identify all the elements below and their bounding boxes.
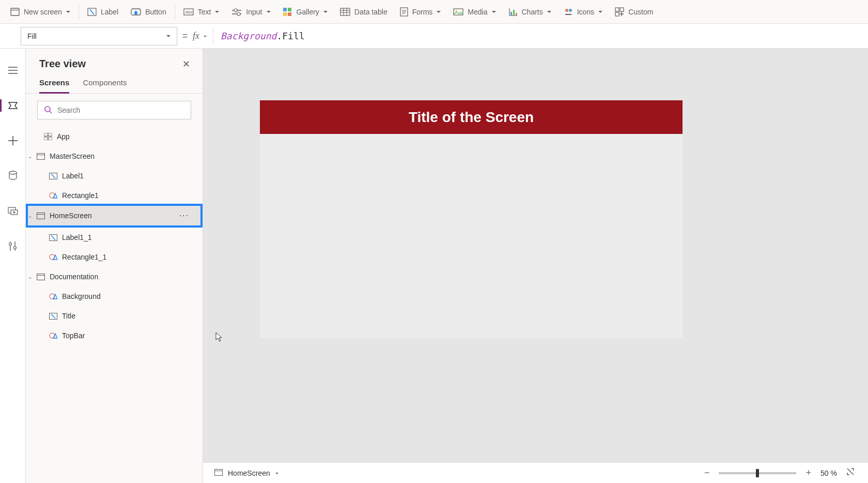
- close-tree-view-button[interactable]: ✕: [182, 58, 190, 70]
- label-button[interactable]: Label: [81, 5, 125, 19]
- tree-node-title[interactable]: Title: [26, 306, 203, 326]
- svg-rect-64: [37, 213, 45, 219]
- gallery-label: Gallery: [297, 8, 319, 16]
- input-icon: [231, 8, 242, 16]
- svg-rect-14: [288, 12, 291, 16]
- text-dropdown[interactable]: Abc Text: [177, 5, 226, 19]
- data-table-button[interactable]: Data table: [334, 5, 394, 19]
- equals-sign: =: [177, 31, 193, 41]
- button-button[interactable]: Button: [125, 5, 172, 19]
- icons-dropdown[interactable]: Icons: [557, 4, 609, 20]
- tree-node-rectangle1-1[interactable]: Rectangle1_1: [26, 247, 203, 267]
- formula-token-identifier: Background: [221, 31, 276, 41]
- tree-search-input[interactable]: [57, 106, 184, 114]
- app-icon: [43, 132, 53, 141]
- tree-node-rectangle1[interactable]: Rectangle1: [26, 186, 203, 205]
- tree-node-label1[interactable]: Label1: [26, 166, 203, 186]
- chevron-down-icon: [275, 473, 278, 476]
- tree-node-background[interactable]: Background: [26, 286, 203, 306]
- zoom-out-button[interactable]: −: [702, 467, 712, 478]
- insert-rail-button[interactable]: [4, 131, 22, 150]
- screen-icon: [36, 211, 45, 220]
- canvas-title-bar[interactable]: Title of the Screen: [260, 100, 683, 134]
- svg-line-67: [51, 235, 55, 240]
- media-dropdown[interactable]: Media: [447, 5, 502, 19]
- tree-view-panel: Tree view ✕ Screens Components App: [26, 49, 203, 483]
- data-rail-button[interactable]: [4, 167, 22, 185]
- fit-screen-button[interactable]: [844, 467, 857, 478]
- zoom-slider[interactable]: [719, 472, 796, 474]
- forms-label: Forms: [412, 8, 433, 16]
- custom-dropdown[interactable]: Custom: [609, 4, 659, 20]
- tree-node-topbar[interactable]: TopBar: [26, 326, 203, 345]
- zoom-percent: 50: [820, 469, 829, 477]
- formula-input[interactable]: Background.Fill: [213, 27, 858, 46]
- tree-search-box[interactable]: [37, 101, 191, 119]
- tab-screens[interactable]: Screens: [39, 78, 69, 94]
- svg-rect-11: [283, 8, 287, 11]
- canvas-area[interactable]: Title of the Screen HomeScreen − +: [203, 49, 868, 483]
- media-rail-button[interactable]: [4, 202, 22, 220]
- node-label: Title: [62, 312, 75, 320]
- svg-rect-30: [516, 13, 517, 15]
- svg-point-32: [569, 9, 572, 12]
- svg-rect-54: [44, 133, 48, 136]
- button-icon: [131, 8, 141, 16]
- tree-node-masterscreen[interactable]: ⌄ MasterScreen: [26, 146, 203, 166]
- node-label: Background: [62, 292, 101, 300]
- insert-ribbon: New screen Label Button Abc Text Input G: [0, 0, 868, 24]
- icons-icon: [564, 7, 573, 17]
- status-screen-select[interactable]: HomeScreen: [214, 469, 278, 477]
- node-label: Rectangle1_1: [62, 253, 106, 261]
- property-select[interactable]: Fill: [21, 27, 177, 46]
- media-icon: [453, 8, 463, 16]
- gallery-dropdown[interactable]: Gallery: [277, 5, 334, 19]
- node-label: Label1: [62, 172, 84, 180]
- forms-dropdown[interactable]: Forms: [394, 4, 447, 20]
- text-icon: Abc: [183, 8, 194, 16]
- hamburger-button[interactable]: [4, 61, 22, 80]
- new-screen-label: New screen: [24, 8, 62, 16]
- fx-button[interactable]: fx: [193, 31, 213, 41]
- tree-view-rail-button[interactable]: [4, 96, 22, 115]
- input-dropdown[interactable]: Input: [225, 5, 276, 19]
- chevron-down-icon: [323, 11, 328, 15]
- zoom-slider-thumb[interactable]: [756, 469, 759, 477]
- input-label: Input: [246, 8, 262, 16]
- tree-node-app[interactable]: App: [26, 127, 203, 146]
- node-label: TopBar: [62, 331, 85, 340]
- svg-point-51: [13, 247, 16, 249]
- tree-node-label1-1[interactable]: Label1_1: [26, 228, 203, 247]
- chevron-down-icon[interactable]: ⌄: [26, 274, 34, 280]
- shape-icon: [49, 292, 58, 301]
- new-screen-button[interactable]: New screen: [4, 5, 76, 19]
- zoom-in-button[interactable]: +: [803, 467, 813, 478]
- tree-node-homescreen[interactable]: ⌄ HomeScreen ···: [26, 204, 203, 228]
- more-actions-button[interactable]: ···: [179, 211, 196, 220]
- charts-dropdown[interactable]: Charts: [502, 5, 557, 19]
- svg-marker-69: [53, 255, 57, 260]
- chevron-down-icon: [267, 11, 271, 15]
- svg-rect-13: [283, 12, 287, 16]
- separator: [175, 5, 175, 19]
- advanced-tools-rail-button[interactable]: [4, 237, 22, 255]
- svg-line-53: [50, 111, 52, 113]
- tree-list: App ⌄ MasterScreen Label1: [26, 127, 203, 483]
- tree-node-documentation[interactable]: ⌄ Documentation: [26, 267, 203, 286]
- svg-point-44: [9, 171, 17, 174]
- chart-icon: [508, 8, 518, 16]
- chevron-down-icon[interactable]: ⌄: [26, 213, 34, 219]
- svg-rect-58: [37, 153, 45, 159]
- canvas-screen[interactable]: Title of the Screen: [260, 100, 683, 338]
- charts-label: Charts: [522, 8, 543, 16]
- tab-components[interactable]: Components: [83, 78, 127, 93]
- shape-icon: [49, 191, 58, 200]
- node-label: Rectangle1: [62, 191, 99, 200]
- screen-icon: [214, 469, 223, 477]
- chevron-down-icon[interactable]: ⌄: [26, 154, 34, 159]
- tree-view-title: Tree view: [39, 58, 86, 70]
- svg-point-31: [565, 9, 568, 12]
- chevron-down-icon: [492, 11, 496, 15]
- chevron-down-icon: [598, 11, 602, 15]
- chevron-down-icon: [215, 11, 219, 15]
